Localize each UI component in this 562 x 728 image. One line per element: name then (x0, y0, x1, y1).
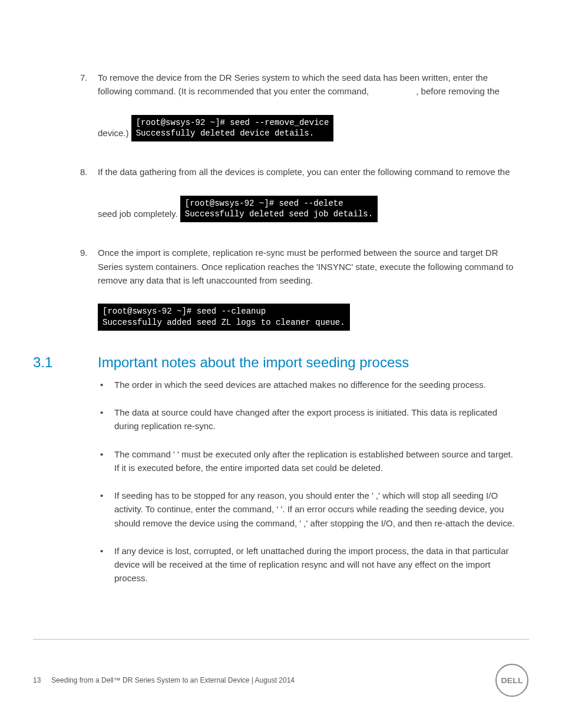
step-number: 8. (80, 165, 88, 179)
list-item: If seeding has to be stopped for any rea… (98, 489, 529, 530)
step-number: 7. (80, 71, 88, 84)
page-number: 13 (33, 676, 41, 684)
list-item: If any device is lost, corrupted, or lef… (98, 544, 529, 585)
step-8: 8. If the data gathering from all the de… (98, 165, 529, 222)
svg-text:DELL: DELL (501, 677, 523, 685)
step-9: 9. Once the import is complete, replicat… (98, 246, 529, 331)
step-number: 9. (80, 246, 88, 259)
list-item: The command ' ' must be executed only af… (98, 447, 529, 475)
terminal-output: [root@swsys-92 ~]# seed --cleanup Succes… (98, 304, 350, 331)
notes-bullet-list: The order in which the seed devices are … (98, 378, 529, 585)
section-heading-row: 3.1 Important notes about the import see… (33, 354, 529, 371)
page-container: 7. To remove the device from the DR Seri… (0, 0, 562, 728)
section-title: Important notes about the import seeding… (98, 354, 409, 371)
step-text: Once the import is complete, replication… (98, 248, 513, 285)
ordered-steps-list: 7. To remove the device from the DR Seri… (98, 71, 529, 331)
list-item: The order in which the seed devices are … (98, 378, 529, 391)
footer-doc-title: Seeding from a Dell™ DR Series System to… (51, 676, 295, 684)
footer-left: 13 Seeding from a Dell™ DR Series System… (33, 676, 295, 684)
page-footer: 13 Seeding from a Dell™ DR Series System… (33, 639, 529, 697)
step-7: 7. To remove the device from the DR Seri… (98, 71, 529, 141)
section-number: 3.1 (33, 354, 98, 371)
list-item: The data at source could have changed af… (98, 406, 529, 433)
dell-logo-icon: DELL (495, 663, 529, 697)
terminal-output: [root@swsys-92 ~]# seed --delete Success… (180, 196, 378, 223)
terminal-output: [root@swsys-92 ~]# seed --remove_device … (131, 115, 334, 142)
